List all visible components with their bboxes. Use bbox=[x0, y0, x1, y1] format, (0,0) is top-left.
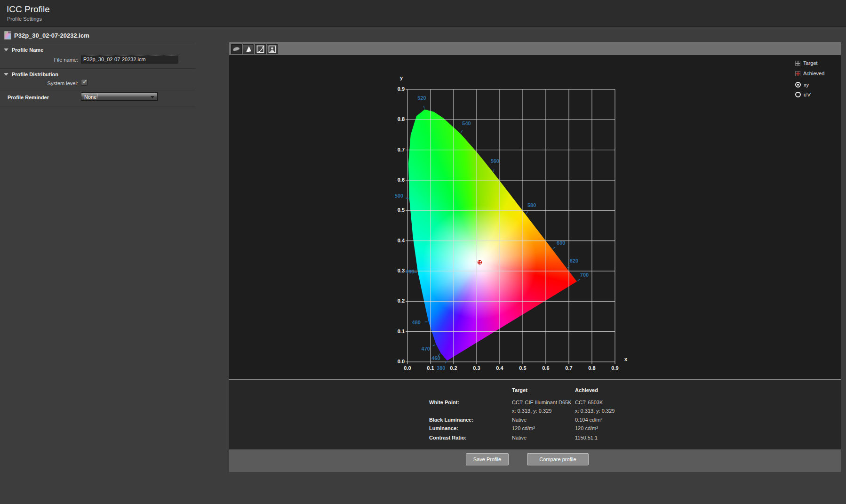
y-tick-label: 0.1 bbox=[386, 328, 405, 334]
profile-reminder-label: Profile Reminder bbox=[8, 95, 49, 100]
grid-svg bbox=[407, 89, 615, 362]
collapse-triangle-icon bbox=[4, 48, 8, 51]
table-row-label: Black Luminance: bbox=[429, 417, 473, 423]
profile-reminder-dropdown[interactable]: None bbox=[81, 92, 158, 101]
table-target-value: CCT: CIE Illuminant D65K bbox=[512, 400, 572, 405]
wavelength-label: 520 bbox=[414, 95, 430, 101]
section-profile-name[interactable]: Profile Name bbox=[4, 47, 43, 53]
table-target-value: Native bbox=[512, 435, 527, 440]
wavelength-label: 480 bbox=[408, 320, 424, 325]
table-achieved-value: 1150.51:1 bbox=[575, 435, 598, 440]
icc-profile-page: ICC Profile Profile Settings P32p_30_02-… bbox=[0, 0, 846, 504]
file-name-label: File name: bbox=[19, 57, 78, 63]
dropdown-value: None bbox=[83, 94, 98, 100]
section-profile-distribution[interactable]: Profile Distribution bbox=[4, 72, 58, 77]
y-tick-label: 0.0 bbox=[386, 359, 405, 364]
icc-file-icon bbox=[4, 31, 11, 40]
y-tick-label: 0.9 bbox=[386, 86, 405, 92]
system-level-checkbox[interactable]: ✓ bbox=[81, 79, 88, 86]
wavelength-label: 490 bbox=[402, 269, 418, 274]
profile-portrait-icon bbox=[268, 45, 276, 53]
radio-button-icon bbox=[795, 92, 801, 97]
gamma-curve-button[interactable] bbox=[255, 44, 266, 54]
chromaticity-diagram-button[interactable] bbox=[231, 44, 242, 54]
page-title: ICC Profile bbox=[7, 4, 50, 15]
legend-label: Target bbox=[803, 60, 818, 66]
gamut-triangle-button[interactable] bbox=[243, 44, 254, 54]
separator bbox=[0, 90, 195, 90]
legend-target[interactable]: Target bbox=[795, 60, 818, 66]
wavelength-label: 560 bbox=[487, 158, 503, 164]
wavelength-label: 600 bbox=[553, 240, 569, 246]
table-achieved-value: 120 cd/m² bbox=[575, 425, 598, 431]
y-tick-label: 0.4 bbox=[386, 238, 405, 243]
chromaticity-diagram-icon bbox=[232, 46, 240, 52]
gamma-curve-icon bbox=[256, 45, 264, 53]
page-subtitle: Profile Settings bbox=[7, 16, 42, 22]
chromaticity-chart-area: y x 0.00.10.20.30.40.50.60.70.80.90.00.1… bbox=[229, 55, 841, 379]
legend-achieved[interactable]: Achieved bbox=[795, 71, 824, 76]
x-tick-label: 0.3 bbox=[470, 365, 484, 371]
table-column-header: Achieved bbox=[575, 387, 598, 393]
table-row-label: Luminance: bbox=[429, 425, 458, 431]
white-point-marker bbox=[477, 260, 482, 265]
profile-file-name-heading: P32p_30_02-07-20232.icm bbox=[14, 32, 89, 39]
table-target-value: 120 cd/m² bbox=[512, 425, 535, 431]
gamut-triangle-icon bbox=[244, 46, 252, 53]
x-tick-label: 0.8 bbox=[585, 365, 599, 371]
table-target-value: x: 0.313, y: 0.329 bbox=[512, 408, 551, 414]
x-tick-label: 0.9 bbox=[608, 365, 622, 371]
save-profile-button[interactable]: Save Profile bbox=[466, 453, 509, 465]
table-column-header: Target bbox=[512, 387, 527, 393]
separator bbox=[0, 106, 195, 106]
radio-xy[interactable]: xy bbox=[795, 82, 809, 88]
footer-bar: Save Profile Compare profile bbox=[229, 449, 841, 472]
chart-toolbar bbox=[229, 42, 841, 55]
wavelength-label: 540 bbox=[459, 120, 475, 126]
wavelength-label: 460 bbox=[428, 355, 444, 361]
table-achieved-value: 0.104 cd/m² bbox=[575, 417, 602, 423]
table-achieved-value: CCT: 6503K bbox=[575, 400, 603, 405]
wavelength-label: 700 bbox=[576, 272, 592, 278]
x-tick-label: 0.4 bbox=[493, 365, 507, 371]
y-tick-label: 0.8 bbox=[386, 116, 405, 122]
wavelength-label: 580 bbox=[524, 202, 540, 208]
y-tick-label: 0.6 bbox=[386, 177, 405, 183]
file-name-input[interactable] bbox=[81, 55, 178, 64]
y-tick-label: 0.2 bbox=[386, 298, 405, 304]
radio-label: u'v' bbox=[804, 92, 811, 97]
header-bar: ICC Profile Profile Settings bbox=[0, 0, 846, 27]
separator bbox=[0, 68, 195, 69]
wavelength-label: 620 bbox=[566, 258, 582, 264]
chevron-down-icon bbox=[151, 96, 154, 98]
compare-profile-button[interactable]: Compare profile bbox=[527, 453, 589, 465]
y-axis-title: y bbox=[400, 75, 403, 80]
check-icon: ✓ bbox=[82, 78, 88, 85]
table-achieved-value: x: 0.313, y: 0.329 bbox=[575, 408, 615, 414]
profile-portrait-button[interactable] bbox=[267, 44, 278, 54]
table-row-label: Contrast Ratio: bbox=[429, 435, 466, 440]
chromaticity-plot: y x 0.00.10.20.30.40.50.60.70.80.90.00.1… bbox=[407, 89, 615, 362]
x-tick-label: 0.0 bbox=[400, 365, 415, 371]
y-tick-label: 0.5 bbox=[386, 207, 405, 213]
table-target-value: Native bbox=[512, 417, 527, 423]
separator bbox=[0, 43, 195, 43]
wavelength-label: 380 bbox=[433, 365, 449, 371]
radio-uv[interactable]: u'v' bbox=[795, 92, 811, 97]
legend-label: Achieved bbox=[803, 71, 824, 76]
x-axis-title: x bbox=[624, 356, 627, 362]
wavelength-label: 500 bbox=[391, 193, 407, 199]
radio-button-icon bbox=[795, 82, 801, 88]
results-table: TargetAchievedWhite Point:CCT: CIE Illum… bbox=[229, 380, 841, 449]
section-title: Profile Name bbox=[12, 47, 43, 53]
x-tick-label: 0.5 bbox=[516, 365, 530, 371]
table-row-label: White Point: bbox=[429, 400, 459, 405]
profile-results-panel: y x 0.00.10.20.30.40.50.60.70.80.90.00.1… bbox=[229, 42, 841, 472]
y-tick-label: 0.7 bbox=[386, 147, 405, 152]
target-marker-icon bbox=[795, 61, 800, 66]
collapse-triangle-icon bbox=[4, 73, 8, 76]
section-title: Profile Distribution bbox=[12, 72, 58, 77]
wavelength-label: 470 bbox=[418, 346, 434, 352]
system-level-label: System level: bbox=[19, 80, 78, 86]
x-tick-label: 0.7 bbox=[562, 365, 576, 371]
